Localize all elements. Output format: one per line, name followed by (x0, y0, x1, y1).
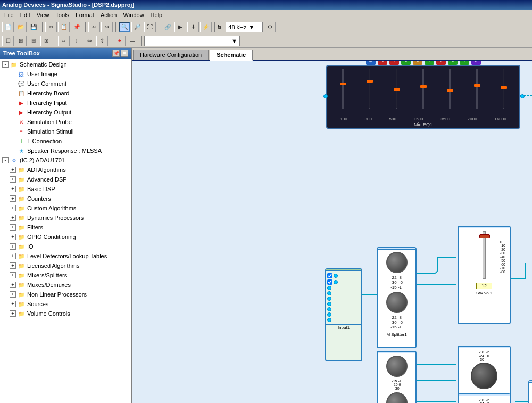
eq-icon-7[interactable]: ∿ (436, 61, 446, 65)
module-dropdown[interactable]: ▼ (144, 36, 240, 46)
tree-toggle-muxes-demuxes[interactable]: + (10, 282, 16, 288)
tree-close-btn[interactable]: ✕ (121, 50, 128, 57)
eq-icon-10[interactable]: ≋ (471, 61, 481, 65)
tb-save[interactable]: 💾 (28, 22, 39, 32)
tree-item-licensed-algorithms[interactable]: +📁Licensed Algorithms (0, 261, 131, 270)
eq-icon-9[interactable]: ∿ (460, 61, 469, 65)
tree-toggle-licensed-algorithms[interactable]: + (10, 262, 16, 269)
tb-zoom-out[interactable]: 🔎 (131, 22, 143, 32)
tree-toggle-filters[interactable]: + (10, 224, 16, 231)
eq-band-500[interactable] (384, 69, 410, 114)
tb-r2-add[interactable]: + (114, 36, 126, 46)
eq-band-14000[interactable] (491, 69, 517, 114)
tree-item-muxes-demuxes[interactable]: +📁Muxes/Demuxes (0, 280, 131, 290)
tree-item-speaker-response[interactable]: ★Speaker Response : MLSSA (0, 146, 131, 155)
sample-rate-dropdown[interactable]: 48 kHz ▼ (226, 22, 263, 32)
tree-toggle-gpio-conditioning[interactable]: + (10, 234, 16, 240)
tb-r2-6[interactable]: ↕ (71, 36, 82, 46)
tb-zoom-in[interactable]: 🔍 (119, 22, 130, 32)
knob3[interactable] (386, 356, 408, 377)
tree-toggle-sources[interactable]: + (10, 301, 16, 307)
tb-link[interactable]: 🔗 (162, 22, 173, 32)
eq-band-100[interactable] (330, 69, 356, 114)
menu-format[interactable]: Format (72, 11, 97, 19)
tree-item-level-detectors[interactable]: +📁Level Detectors/Lookup Tables (0, 251, 131, 261)
eq-icon-4[interactable]: ∿ (401, 61, 411, 65)
s-mixer1-2-knob[interactable] (471, 363, 497, 389)
tree-toggle-schematic-design[interactable]: - (2, 61, 9, 68)
eq-icon-8[interactable]: ∿ (448, 61, 458, 65)
menu-tools[interactable]: Tools (52, 11, 72, 19)
tree-toggle-advanced-dsp[interactable]: + (10, 176, 16, 183)
eq-icon-5[interactable]: ∿ (413, 61, 422, 65)
knob1[interactable] (386, 252, 408, 273)
tree-item-custom-algorithms[interactable]: +📁Custom Algorithms (0, 203, 131, 213)
menu-edit[interactable]: Edit (17, 11, 34, 19)
tree-item-adi-algorithms[interactable]: +📁ADI Algorithms (0, 165, 131, 175)
tb-cut[interactable]: ✂ (45, 22, 57, 32)
tree-item-sources[interactable]: +📁Sources (0, 299, 131, 309)
tree-item-gpio-conditioning[interactable]: +📁GPIO Conditioning (0, 232, 131, 242)
tree-toggle-io[interactable]: + (10, 243, 16, 250)
tb-r2-5[interactable]: ↔ (58, 36, 70, 46)
eq-icon-3[interactable]: ∿ (389, 61, 399, 65)
ch1-checkbox[interactable] (327, 273, 332, 278)
tree-item-hierarchy-output[interactable]: ▶Hierarchy Output (0, 108, 131, 117)
tree-toggle-level-detectors[interactable]: + (10, 253, 16, 259)
menu-view[interactable]: View (34, 11, 53, 19)
tree-item-simulation-probe[interactable]: ✕Simulation Probe (0, 117, 131, 127)
tb-r2-minus[interactable]: — (127, 36, 138, 46)
tree-toggle-volume-controls[interactable]: + (10, 310, 16, 317)
eq-band-1500[interactable] (410, 69, 436, 114)
eq-band-7000[interactable] (463, 69, 489, 114)
tb-new[interactable]: 📄 (2, 22, 14, 32)
tree-item-user-image[interactable]: 🖼User Image (0, 69, 131, 79)
eq-icon-6[interactable]: ∿ (425, 61, 434, 65)
tree-item-hierarchy-board[interactable]: 📋Hierarchy Board (0, 88, 131, 98)
tree-item-hierarchy-input[interactable]: ▶Hierarchy Input (0, 98, 131, 108)
tb-undo[interactable]: ↩ (88, 22, 100, 32)
tree-item-dynamics-processors[interactable]: +📁Dynamics Processors (0, 213, 131, 223)
tree-item-schematic-design[interactable]: -📁Schematic Design (0, 60, 131, 69)
tree-toggle-mixers-splitters[interactable]: + (10, 272, 16, 278)
tree-pin-btn[interactable]: 📌 (112, 50, 120, 57)
tb-download[interactable]: ⬇ (187, 22, 199, 32)
menu-action[interactable]: Action (97, 11, 120, 19)
tb-open[interactable]: 📂 (15, 22, 27, 32)
tree-toggle-counters[interactable]: + (10, 195, 16, 202)
eq-icon-2[interactable]: ∿ (378, 61, 387, 65)
tree-item-non-linear-processors[interactable]: +📁Non Linear Processors (0, 290, 131, 299)
tb-r2-3[interactable]: ⊟ (28, 36, 39, 46)
tree-toggle-non-linear-processors[interactable]: + (10, 291, 16, 298)
tree-item-volume-controls[interactable]: +📁Volume Controls (0, 309, 131, 318)
tb-r2-7[interactable]: ⇔ (84, 36, 95, 46)
sw-vol1-value[interactable]: 12 (476, 283, 492, 289)
eq-band-300[interactable] (356, 69, 383, 114)
tree-toggle-ic2-adau1701[interactable]: - (2, 157, 9, 163)
tree-item-basic-dsp[interactable]: +📁Basic DSP (0, 184, 131, 194)
tb-r2-1[interactable]: ☐ (2, 36, 14, 46)
tree-item-mixers-splitters[interactable]: +📁Mixers/Splitters (0, 270, 131, 280)
tree-item-simulation-stimuli[interactable]: ≡Simulation Stimuli (0, 127, 131, 136)
sw-vol1-slider[interactable]: 0-10-20-30-40-50-60-70-80 (459, 228, 510, 282)
tb-settings[interactable]: ⚙ (264, 22, 276, 32)
menu-help[interactable]: Help (147, 11, 166, 19)
tree-body[interactable]: -📁Schematic Design🖼User Image💬User Comme… (0, 59, 131, 403)
tree-item-io[interactable]: +📁IO (0, 242, 131, 251)
tree-toggle-custom-algorithms[interactable]: + (10, 205, 16, 211)
eq-band-3500[interactable] (437, 69, 463, 114)
schematic-canvas[interactable]: 100 300 500 1500 3500 7000 14000 Mid EQ1… (132, 61, 532, 403)
tb-copy[interactable]: 📋 (58, 22, 70, 32)
tab-schematic[interactable]: Schematic (210, 50, 253, 61)
tb-r2-8[interactable]: ⇕ (96, 36, 108, 46)
knob2[interactable] (386, 292, 408, 313)
tree-toggle-dynamics-processors[interactable]: + (10, 215, 16, 221)
tree-toggle-adi-algorithms[interactable]: + (10, 167, 16, 173)
ch2-checkbox[interactable] (327, 279, 332, 285)
tb-redo[interactable]: ↪ (101, 22, 113, 32)
tree-item-filters[interactable]: +📁Filters (0, 223, 131, 232)
tree-toggle-basic-dsp[interactable]: + (10, 186, 16, 192)
tree-item-ic2-adau1701[interactable]: -⚙(IC 2) ADAU1701 (0, 155, 131, 165)
tb-r2-2[interactable]: ⊞ (15, 36, 27, 46)
tb-r2-4[interactable]: ⊠ (40, 36, 52, 46)
